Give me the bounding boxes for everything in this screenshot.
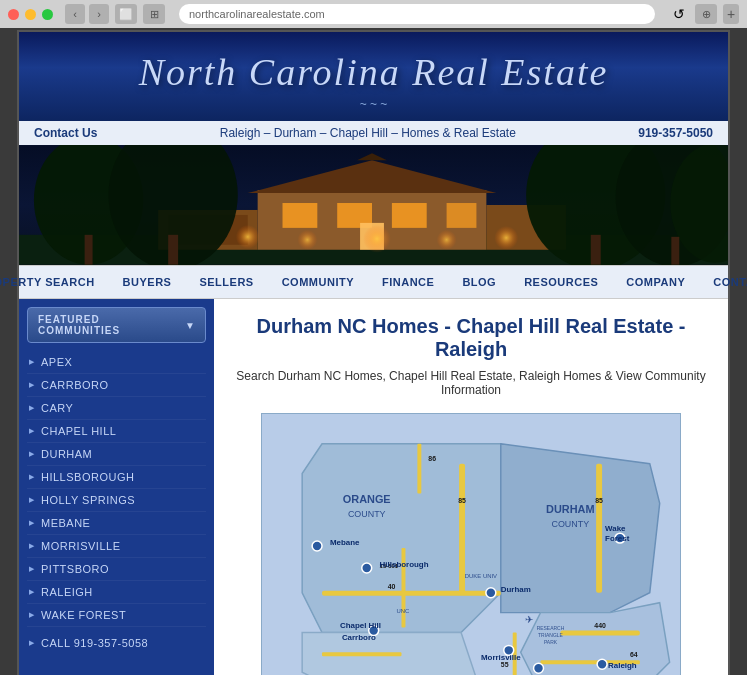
svg-rect-44 — [560, 630, 639, 635]
svg-text:RESEARCH: RESEARCH — [537, 626, 565, 631]
svg-point-74 — [597, 659, 607, 669]
nav-blog[interactable]: BLOG — [448, 266, 510, 298]
sidebar-item-apex[interactable]: APEX — [27, 351, 206, 374]
svg-text:55: 55 — [501, 661, 509, 668]
nav-community[interactable]: COMMUNITY — [268, 266, 368, 298]
new-tab-button[interactable]: + — [723, 4, 739, 24]
reload-icon[interactable]: ↺ — [669, 4, 689, 24]
svg-rect-5 — [283, 203, 318, 228]
svg-rect-7 — [392, 203, 427, 228]
sidebar-arrow-icon: ▼ — [185, 320, 195, 331]
svg-point-72 — [534, 663, 544, 673]
address-bar[interactable]: northcarolinarealestate.com — [179, 4, 655, 24]
page-subtitle: Search Durham NC Homes, Chapel Hill Real… — [234, 369, 708, 397]
tagline: Raleigh – Durham – Chapel Hill – Homes &… — [220, 126, 516, 140]
sidebar-item-hillsborough[interactable]: HILLSBOROUGH — [27, 466, 206, 489]
contact-label[interactable]: Contact Us — [34, 126, 97, 140]
svg-text:86: 86 — [428, 455, 436, 462]
svg-rect-26 — [671, 237, 679, 265]
site-decoration: ~ ~ ~ — [19, 97, 728, 111]
nav-property-search[interactable]: PROPERTY SEARCH — [0, 266, 109, 298]
svg-text:✈: ✈ — [525, 614, 533, 625]
svg-point-16 — [437, 230, 457, 250]
nav-company[interactable]: COMPANY — [612, 266, 699, 298]
sidebar-call-link[interactable]: CALL 919-357-5058 — [27, 631, 206, 654]
contact-bar: Contact Us Raleigh – Durham – Chapel Hil… — [19, 121, 728, 145]
nav-finance[interactable]: FINANCE — [368, 266, 448, 298]
svg-point-62 — [486, 588, 496, 598]
map-container[interactable]: ORANGE COUNTY DURHAM COUNTY 85 40 86 — [261, 413, 681, 675]
share-button[interactable]: ⊕ — [695, 4, 717, 24]
svg-text:Morrisville: Morrisville — [481, 653, 521, 662]
back-button[interactable]: ‹ — [65, 4, 85, 24]
site-title: North Carolina Real Estate — [19, 50, 728, 94]
nav-resources[interactable]: RESOURCES — [510, 266, 612, 298]
sidebar-item-chapel-hill[interactable]: CHAPEL HILL — [27, 420, 206, 443]
browser-chrome: ‹ › ⬜ ⊞ northcarolinarealestate.com ↺ ⊕ … — [0, 0, 747, 28]
svg-point-14 — [297, 230, 317, 250]
sidebar-item-pittsboro[interactable]: PITTSBORO — [27, 558, 206, 581]
nav-sellers[interactable]: SELLERS — [185, 266, 267, 298]
phone-number[interactable]: 919-357-5050 — [638, 126, 713, 140]
svg-text:UNC: UNC — [397, 608, 411, 614]
map-svg: ORANGE COUNTY DURHAM COUNTY 85 40 86 — [262, 414, 680, 675]
close-button[interactable] — [8, 9, 19, 20]
sidebar-item-morrisville[interactable]: MORRISVILLE — [27, 535, 206, 558]
svg-text:ORANGE: ORANGE — [343, 493, 391, 505]
sidebar-item-wake-forest[interactable]: WAKE FOREST — [27, 604, 206, 627]
svg-point-60 — [362, 563, 372, 573]
svg-text:DURHAM: DURHAM — [546, 503, 594, 515]
svg-text:TRIANGLE: TRIANGLE — [538, 633, 563, 638]
content-area: Durham NC Homes - Chapel Hill Real Estat… — [214, 299, 728, 675]
nav-bar: PROPERTY SEARCH BUYERS SELLERS COMMUNITY… — [19, 265, 728, 299]
svg-text:COUNTY: COUNTY — [551, 519, 589, 529]
sidebar-item-carrboro[interactable]: CARRBORO — [27, 374, 206, 397]
view-icon[interactable]: ⊞ — [143, 4, 165, 24]
svg-point-13 — [236, 225, 260, 249]
svg-text:DUKE UNIV: DUKE UNIV — [465, 573, 497, 579]
forward-button[interactable]: › — [89, 4, 109, 24]
svg-point-17 — [494, 226, 518, 250]
svg-rect-23 — [85, 235, 93, 265]
svg-text:440: 440 — [594, 623, 606, 630]
svg-rect-42 — [596, 464, 602, 593]
sidebar-item-durham[interactable]: DURHAM — [27, 443, 206, 466]
maximize-button[interactable] — [42, 9, 53, 20]
hero-svg — [19, 145, 728, 265]
hero-image — [19, 145, 728, 265]
sidebar-featured-header[interactable]: FEATURED COMMUNITIES ▼ — [27, 307, 206, 343]
nav-contact[interactable]: CONTACT — [699, 266, 747, 298]
svg-text:Raleigh: Raleigh — [608, 661, 637, 670]
svg-rect-38 — [322, 591, 501, 596]
browser-nav: ‹ › — [65, 4, 109, 24]
svg-text:85: 85 — [595, 497, 603, 504]
page-title: Durham NC Homes - Chapel Hill Real Estat… — [234, 315, 708, 361]
svg-text:40: 40 — [388, 583, 396, 590]
svg-rect-25 — [591, 235, 601, 265]
sidebar-item-raleigh[interactable]: RALEIGH — [27, 581, 206, 604]
svg-text:Forest: Forest — [605, 534, 630, 543]
svg-rect-24 — [168, 235, 178, 265]
svg-text:64: 64 — [630, 651, 638, 658]
svg-rect-52 — [322, 652, 401, 656]
sidebar-item-mebane[interactable]: MEBANE — [27, 512, 206, 535]
sidebar-list: APEX CARRBORO CARY CHAPEL HILL DURHAM HI… — [27, 351, 206, 627]
svg-text:Wake: Wake — [605, 524, 626, 533]
minimize-button[interactable] — [25, 9, 36, 20]
svg-text:Mebane: Mebane — [330, 538, 360, 547]
sidebar: FEATURED COMMUNITIES ▼ APEX CARRBORO CAR… — [19, 299, 214, 675]
site-header: North Carolina Real Estate ~ ~ ~ — [19, 32, 728, 121]
main-content: FEATURED COMMUNITIES ▼ APEX CARRBORO CAR… — [19, 299, 728, 675]
svg-text:85: 85 — [458, 497, 466, 504]
svg-text:Hillsborough: Hillsborough — [380, 560, 429, 569]
sidebar-item-holly-springs[interactable]: HOLLY SPRINGS — [27, 489, 206, 512]
svg-rect-40 — [417, 444, 421, 494]
svg-point-15 — [363, 225, 391, 253]
svg-text:Chapel Hill: Chapel Hill — [340, 621, 381, 630]
page-icon[interactable]: ⬜ — [115, 4, 137, 24]
sidebar-item-cary[interactable]: CARY — [27, 397, 206, 420]
svg-text:Durham: Durham — [501, 585, 531, 594]
svg-text:Carrboro: Carrboro — [342, 633, 376, 642]
nav-buyers[interactable]: BUYERS — [109, 266, 186, 298]
svg-point-58 — [312, 541, 322, 551]
